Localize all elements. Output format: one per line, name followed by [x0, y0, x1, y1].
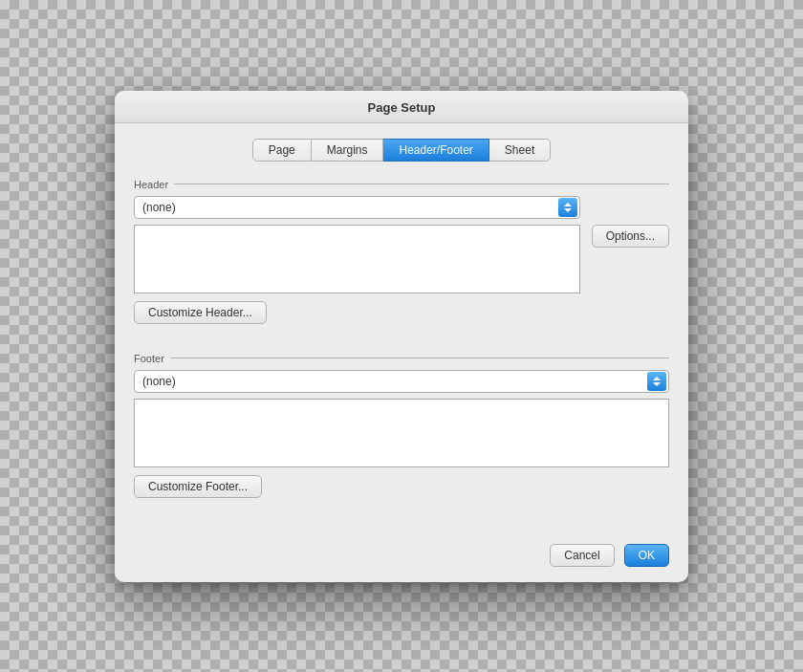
page-setup-dialog: Page Setup Page Margins Header/Footer Sh… — [115, 91, 688, 582]
dialog-content: Page Margins Header/Footer Sheet Header — [115, 123, 688, 532]
header-main: (none) Page 1 Confidential Custom... — [134, 196, 580, 339]
header-preview — [134, 225, 580, 293]
tab-page[interactable]: Page — [252, 139, 312, 162]
tabs-container: Page Margins Header/Footer Sheet — [134, 139, 669, 162]
dialog-titlebar: Page Setup — [115, 91, 688, 123]
footer-preview — [134, 399, 669, 467]
tab-sheet[interactable]: Sheet — [489, 139, 551, 162]
footer-select-wrapper: (none) Page 1 Confidential Custom... — [134, 370, 669, 393]
footer-customize-row: Customize Footer... — [134, 475, 669, 498]
tab-header-footer[interactable]: Header/Footer — [383, 139, 488, 162]
footer-section-label: Footer — [134, 353, 669, 364]
header-select-row: (none) Page 1 Confidential Custom... — [134, 196, 580, 219]
options-button[interactable]: Options... — [592, 225, 669, 248]
ok-button[interactable]: OK — [624, 544, 669, 567]
footer-group: Footer (none) Page 1 Confidential Custom… — [134, 353, 669, 498]
customize-header-button[interactable]: Customize Header... — [134, 301, 267, 324]
footer-select-row: (none) Page 1 Confidential Custom... — [134, 370, 669, 393]
header-section-label: Header — [134, 179, 669, 190]
dialog-title: Page Setup — [368, 100, 436, 115]
header-content-row: (none) Page 1 Confidential Custom... — [134, 196, 669, 339]
cancel-button[interactable]: Cancel — [550, 544, 614, 567]
footer-select[interactable]: (none) Page 1 Confidential Custom... — [134, 370, 669, 393]
header-customize-row: Customize Header... — [134, 301, 580, 324]
header-options-side: Options... — [592, 196, 669, 339]
header-select-wrapper: (none) Page 1 Confidential Custom... — [134, 196, 580, 219]
dialog-footer: Cancel OK — [115, 532, 688, 582]
tab-margins[interactable]: Margins — [312, 139, 384, 162]
header-group: Header (none) Page 1 Confidential Custom — [134, 179, 669, 339]
customize-footer-button[interactable]: Customize Footer... — [134, 475, 262, 498]
header-select[interactable]: (none) Page 1 Confidential Custom... — [134, 196, 580, 219]
